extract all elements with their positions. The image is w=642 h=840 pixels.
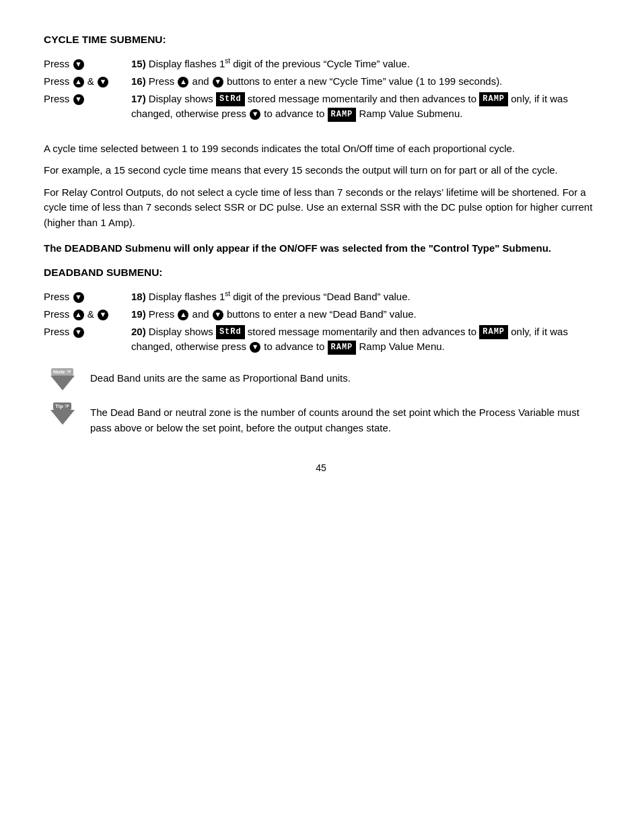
press-label: Press ▼ (44, 323, 131, 356)
cycle-time-title: CYCLE TIME SUBMENU: (44, 34, 598, 46)
press-label: Press ▼ (44, 90, 131, 123)
press-label: Press ▲ & ▼ (44, 306, 131, 323)
note-badge: Note ☞ (51, 368, 73, 376)
tip-icon-wrap: Tip ☞ (44, 403, 81, 425)
btn-down-icon: ▼ (98, 77, 108, 88)
btn-down-icon: ▼ (73, 327, 84, 338)
press-label: Press ▼ (44, 288, 131, 306)
deadband-table: Press ▼ 18) Display flashes 1st digit of… (44, 288, 598, 356)
btn-down-icon: ▼ (73, 59, 84, 70)
table-row: Press ▲ & ▼ 19) Press ▲ and ▼ buttons to… (44, 306, 598, 323)
row-desc: 19) Press ▲ and ▼ buttons to enter a new… (131, 306, 598, 323)
btn-down-icon: ▼ (213, 310, 223, 320)
press-label: Press ▼ (44, 55, 131, 73)
note-text: Dead Band units are the same as Proporti… (90, 368, 351, 386)
table-row: Press ▼ 20) Display shows StRd stored me… (44, 323, 598, 356)
btn-up-icon: ▲ (178, 310, 188, 320)
btn-down-icon: ▼ (250, 342, 260, 353)
tip-triangle-icon (50, 410, 75, 425)
cycle-time-table: Press ▼ 15) Display flashes 1st digit of… (44, 55, 598, 123)
page-number: 45 (44, 462, 598, 473)
lcd-strd: StRd (216, 325, 245, 339)
tip-box: Tip ☞ The Dead Band or neutral zone is t… (44, 403, 598, 435)
cycle-time-para-2: For example, a 15 second cycle time mean… (44, 163, 598, 178)
btn-down-icon: ▼ (98, 310, 108, 320)
tip-badge: Tip ☞ (53, 403, 71, 410)
row-desc: 15) Display flashes 1st digit of the pre… (131, 55, 598, 73)
cycle-time-para-3: For Relay Control Outputs, do not select… (44, 185, 598, 231)
table-row: Press ▼ 15) Display flashes 1st digit of… (44, 55, 598, 73)
table-row: Press ▲ & ▼ 16) Press ▲ and ▼ buttons to… (44, 73, 598, 90)
tip-text: The Dead Band or neutral zone is the num… (90, 403, 598, 435)
deadband-note: The DEADBAND Submenu will only appear if… (44, 241, 598, 256)
press-label: Press ▲ & ▼ (44, 73, 131, 90)
btn-up-icon: ▲ (73, 310, 84, 320)
btn-up-icon: ▲ (73, 77, 84, 88)
lcd-ramp-2: RAMP (328, 108, 357, 122)
deadband-title: DEADBAND SUBMENU: (44, 267, 598, 279)
table-row: Press ▼ 18) Display flashes 1st digit of… (44, 288, 598, 306)
table-row: Press ▼ 17) Display shows StRd stored me… (44, 90, 598, 123)
lcd-strd: StRd (216, 92, 245, 106)
btn-down-icon: ▼ (250, 109, 260, 120)
row-desc: 18) Display flashes 1st digit of the pre… (131, 288, 598, 306)
lcd-ramp-1: RAMP (479, 92, 508, 106)
row-desc: 17) Display shows StRd stored message mo… (131, 90, 598, 123)
note-box: Note ☞ Dead Band units are the same as P… (44, 368, 598, 390)
lcd-ramp-1: RAMP (479, 325, 508, 339)
cycle-time-para-1: A cycle time selected between 1 to 199 s… (44, 141, 598, 157)
note-icon-wrap: Note ☞ (44, 368, 81, 390)
btn-up-icon: ▲ (178, 77, 188, 88)
row-desc: 20) Display shows StRd stored message mo… (131, 323, 598, 356)
btn-down-icon: ▼ (213, 77, 223, 88)
btn-down-icon: ▼ (73, 292, 84, 303)
lcd-ramp-2: RAMP (328, 341, 357, 355)
btn-down-icon: ▼ (73, 94, 84, 105)
note-triangle-icon (50, 376, 75, 390)
row-desc: 16) Press ▲ and ▼ buttons to enter a new… (131, 73, 598, 90)
